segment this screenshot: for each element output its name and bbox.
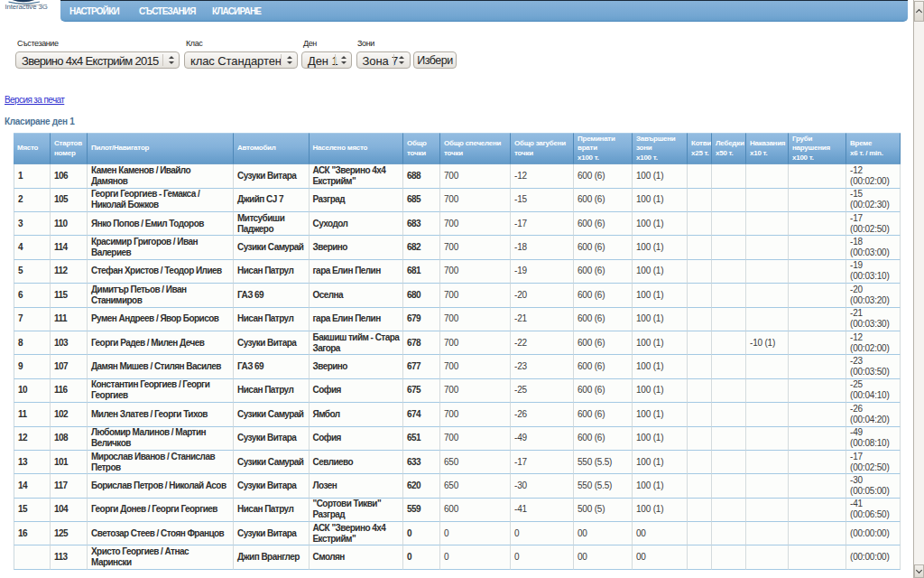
svg-text:Interactive 3G: Interactive 3G <box>5 3 48 11</box>
